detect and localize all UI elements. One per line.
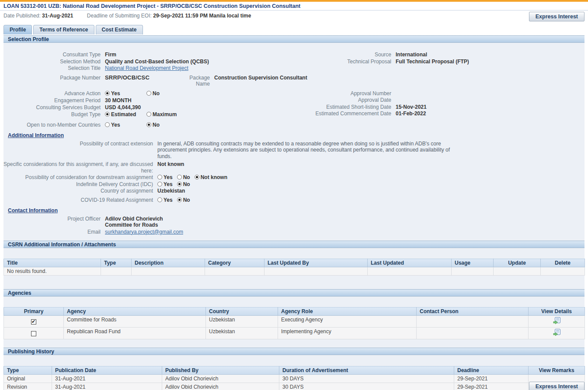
agencies-col-contact-person: Contact Person xyxy=(417,307,529,316)
publishing-deadline: 29-Sep-2021 xyxy=(454,375,529,383)
publishing-col-publication-date: Publication Date xyxy=(52,366,162,375)
publishing-history-table: Type Publication Date Published By Durat… xyxy=(3,366,585,390)
tab-profile[interactable]: Profile xyxy=(3,25,32,35)
radio-budget-type-maximum[interactable] xyxy=(146,112,151,117)
project-officer-label: Project Officer xyxy=(3,216,105,228)
section-attachments: CSRN Additional Information / Attachment… xyxy=(3,241,585,248)
email-link[interactable]: surkhandarya.project@gmail.com xyxy=(105,229,183,235)
publishing-row: Original 31-Aug-2021 Adilov Obid Choriev… xyxy=(4,375,585,383)
publishing-type: Revision xyxy=(4,383,52,390)
agencies-col-role: Agency Role xyxy=(278,307,417,316)
radio-covid19-yes[interactable] xyxy=(157,197,162,202)
country-of-assignment-label: Country of assignment xyxy=(3,188,157,194)
consulting-services-budget-value: USD 4,044,390 xyxy=(105,104,141,111)
agency-primary-checkbox[interactable] xyxy=(31,319,36,324)
radio-idc-no[interactable] xyxy=(177,182,182,186)
approval-date-label: Approval Date xyxy=(290,97,396,104)
approval-number-label: Approval Number xyxy=(290,90,396,97)
selection-method-label: Selection Method xyxy=(3,59,105,65)
attachments-col-title: Title xyxy=(4,259,101,267)
consultant-type-label: Consultant Type xyxy=(3,52,105,58)
attachments-col-category: Category xyxy=(205,259,264,267)
package-row: Package Number SRRP/OCB/CSC Package Name… xyxy=(3,75,585,87)
attachments-table: Title Type Description Category Last Upd… xyxy=(3,259,585,276)
radio-advance-action-yes[interactable] xyxy=(105,91,110,96)
engagement-period-value: 30 MONTH xyxy=(105,97,132,104)
radio-downstream-not-known[interactable] xyxy=(195,175,199,179)
contract-extension-value: In general, ADB consulting contracts may… xyxy=(157,141,454,160)
section-agencies: Agencies xyxy=(3,289,585,297)
agency-name: Republican Road Fund xyxy=(64,328,206,339)
agency-contact-person xyxy=(417,328,529,339)
radio-downstream-no[interactable] xyxy=(177,175,182,179)
attachments-col-last-updated: Last Updated xyxy=(368,259,452,267)
radio-idc-yes[interactable] xyxy=(157,182,162,186)
publishing-col-published-by: Published By xyxy=(162,366,279,375)
agencies-col-view-details: View Details xyxy=(529,307,585,316)
consulting-services-budget-label: Consulting Services Budget xyxy=(3,104,105,111)
view-details-icon[interactable] xyxy=(553,317,560,324)
eoi-deadline-label: Deadline of Submitting EOI: xyxy=(87,13,152,19)
publishing-duration: 30 DAYS xyxy=(279,383,454,390)
selection-title-link[interactable]: National Road Development Project xyxy=(105,65,188,72)
radio-downstream-yes[interactable] xyxy=(157,175,162,179)
radio-open-non-member-yes[interactable] xyxy=(105,122,110,127)
selection-title-label: Selection Title xyxy=(3,65,105,72)
radio-idc-yes-label: Yes xyxy=(164,181,173,187)
date-published-value: 31-Aug-2021 xyxy=(42,13,73,19)
agency-role: Implementing Agency xyxy=(278,328,417,339)
publishing-date: 31-Aug-2021 xyxy=(52,383,162,390)
express-interest-button-bottom[interactable]: Express Interest xyxy=(529,382,585,390)
publishing-deadline: 29-Sep-2021 xyxy=(454,383,529,390)
notice-title-link[interactable]: LOAN 53312-001 UZB: National Road Develo… xyxy=(3,3,300,9)
attachments-col-type: Type xyxy=(101,259,132,267)
publishing-type: Original xyxy=(4,375,52,383)
publishing-duration: 30 DAYS xyxy=(279,375,454,383)
agency-row: Committee for Roads Uzbekistan Executing… xyxy=(4,316,585,328)
publishing-col-deadline: Deadline xyxy=(454,366,529,375)
radio-advance-action-no[interactable] xyxy=(146,91,151,96)
idc-label: Indefinite Delivery Contract (IDC) xyxy=(3,181,157,188)
radio-budget-type-estimated[interactable] xyxy=(105,112,110,117)
attachments-col-usage: Usage xyxy=(452,259,494,267)
package-number-label: Package Number xyxy=(3,75,105,87)
publishing-col-duration: Duration of Advertisement xyxy=(279,366,454,375)
tab-cost-estimate[interactable]: Cost Estimate xyxy=(96,25,143,35)
budget-type-label: Budget Type xyxy=(3,111,105,118)
radio-advance-action-no-label: No xyxy=(153,90,160,97)
section-publishing-history: Publishing History xyxy=(3,348,585,355)
agency-name: Committee for Roads xyxy=(64,316,206,328)
project-officer-org: Committee for Roads xyxy=(105,222,158,228)
attachments-empty-row: No results found. xyxy=(4,267,585,276)
source-label: Source xyxy=(290,52,396,58)
radio-budget-type-estimated-label: Estimated xyxy=(111,111,136,117)
attachments-col-description: Description xyxy=(132,259,205,267)
attachments-col-update: Update xyxy=(494,259,541,267)
publish-info-row: Date Published: 31-Aug-2021 Deadline of … xyxy=(0,10,588,19)
package-name-value: Construction Supervision Consultant xyxy=(214,75,307,87)
radio-open-non-member-no[interactable] xyxy=(146,122,151,127)
view-details-icon[interactable] xyxy=(553,329,560,336)
estimated-commencement-date-label: Estimated Commencement Date xyxy=(290,110,396,117)
radio-covid19-no[interactable] xyxy=(177,197,182,202)
radio-downstream-yes-label: Yes xyxy=(164,174,173,180)
express-interest-button-top[interactable]: Express Interest xyxy=(529,12,585,21)
source-value: International xyxy=(396,52,427,58)
country-of-assignment-value: Uzbekistan xyxy=(157,188,185,194)
radio-covid19-yes-label: Yes xyxy=(164,197,173,203)
tab-terms-of-reference[interactable]: Terms of Reference xyxy=(33,25,94,35)
publishing-published-by: Adilov Obid Chorievich xyxy=(162,375,279,383)
attachments-col-delete: Delete xyxy=(541,259,585,267)
agency-primary-checkbox[interactable] xyxy=(31,331,36,336)
radio-downstream-no-label: No xyxy=(183,174,190,180)
agencies-col-primary: Primary xyxy=(4,307,64,316)
additional-information-heading[interactable]: Additional Information xyxy=(8,132,64,139)
contact-information-heading[interactable]: Contact Information xyxy=(8,207,58,214)
agency-role: Executing Agency xyxy=(278,316,417,328)
agency-contact-person xyxy=(417,316,529,328)
technical-proposal-value: Full Technical Proposal (FTP) xyxy=(396,59,469,65)
open-non-member-label: Open to non-Member Countries xyxy=(3,122,105,128)
project-officer-name: Adilov Obid Chorievich xyxy=(105,216,163,222)
notice-header: LOAN 53312-001 UZB: National Road Develo… xyxy=(0,2,588,10)
radio-open-non-member-no-label: No xyxy=(153,122,160,128)
